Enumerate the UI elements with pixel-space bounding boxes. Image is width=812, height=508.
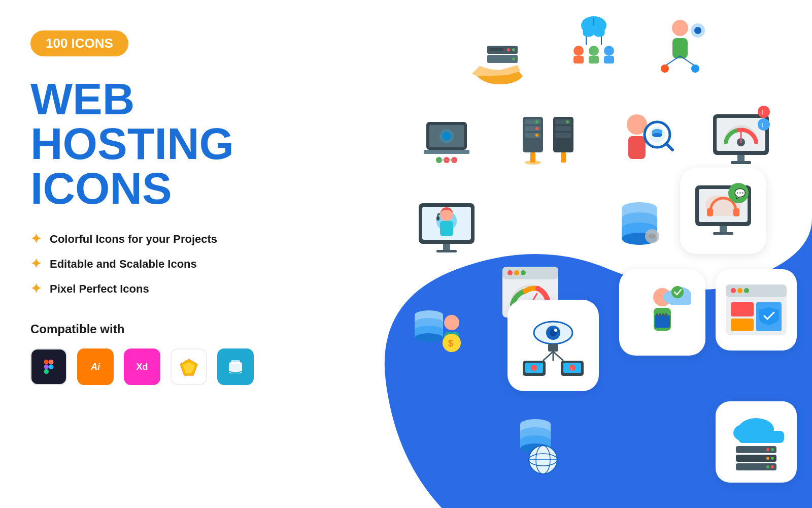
svg-rect-96 (733, 208, 739, 216)
svg-rect-79 (440, 221, 453, 236)
svg-rect-99 (720, 226, 727, 232)
svg-rect-44 (525, 126, 541, 131)
svg-point-19 (589, 46, 599, 56)
svg-text:↓: ↓ (532, 366, 534, 371)
person-search-icon (604, 97, 685, 178)
svg-rect-1 (49, 360, 53, 364)
svg-line-27 (680, 56, 695, 66)
svg-rect-152 (731, 302, 754, 316)
svg-point-91 (649, 234, 656, 239)
svg-rect-95 (707, 208, 713, 216)
badge: 100 ICONS (30, 30, 128, 56)
svg-point-123 (554, 329, 557, 332)
svg-point-4 (49, 364, 53, 369)
svg-point-64 (652, 133, 662, 137)
sketch-tool[interactable] (171, 348, 207, 385)
svg-point-53 (566, 120, 569, 123)
features-list: ✦ Colorful Icons for your Projects ✦ Edi… (30, 231, 294, 297)
svg-rect-73 (737, 155, 745, 161)
svg-point-14 (507, 48, 510, 51)
compatible-label: Compatible with (30, 322, 294, 336)
svg-rect-2 (44, 364, 49, 369)
feature-item: ✦ Colorful Icons for your Projects (30, 231, 294, 247)
svg-point-103 (507, 270, 513, 275)
svg-rect-0 (44, 360, 49, 364)
svg-rect-23 (604, 56, 614, 64)
ai-label: Ai (91, 362, 100, 372)
svg-point-149 (731, 288, 736, 293)
svg-text:$: $ (448, 338, 453, 348)
svg-rect-146 (665, 313, 667, 316)
svg-text:↑: ↑ (761, 108, 764, 116)
svg-point-48 (535, 134, 538, 137)
svg-point-176 (771, 465, 774, 468)
svg-rect-43 (525, 119, 541, 124)
svg-point-105 (521, 270, 526, 275)
craft-icon (226, 357, 245, 376)
svg-rect-124 (548, 344, 558, 352)
xd-label: Xd (136, 362, 148, 372)
svg-point-171 (766, 448, 769, 451)
svg-point-47 (535, 127, 538, 130)
svg-point-141 (671, 286, 684, 298)
svg-rect-16 (489, 48, 503, 51)
svg-point-31 (694, 27, 701, 34)
svg-point-20 (604, 46, 614, 56)
svg-point-18 (573, 46, 584, 56)
svg-rect-142 (655, 315, 670, 328)
tools-row: Ai Xd (30, 348, 294, 385)
feature-item: ✦ Editable and Scalable Icons (30, 256, 294, 272)
svg-point-35 (443, 132, 451, 140)
svg-rect-45 (525, 133, 541, 138)
svg-rect-168 (738, 431, 784, 443)
svg-rect-169 (736, 446, 776, 453)
svg-point-28 (661, 65, 669, 73)
svg-rect-175 (736, 463, 776, 470)
svg-rect-145 (662, 313, 664, 316)
svg-rect-58 (628, 136, 646, 159)
svg-point-173 (771, 457, 774, 460)
support-lady-icon (406, 183, 487, 264)
svg-point-114 (415, 333, 443, 342)
svg-rect-153 (731, 319, 754, 331)
left-panel: 100 ICONS WEB HOSTING ICONS ✦ Colorful I… (30, 30, 294, 385)
svg-rect-143 (656, 313, 658, 316)
person-tree-icon (639, 5, 721, 86)
svg-rect-55 (561, 152, 566, 163)
svg-point-29 (691, 65, 699, 73)
svg-point-150 (737, 288, 742, 293)
svg-point-104 (514, 270, 519, 275)
server-hand-icon (457, 20, 538, 102)
svg-text:↓: ↓ (570, 366, 573, 371)
svg-rect-10 (231, 360, 240, 364)
svg-point-115 (444, 315, 459, 330)
star-icon: ✦ (30, 231, 42, 247)
network-tree-icon (553, 5, 634, 86)
svg-rect-25 (672, 38, 688, 58)
svg-rect-21 (573, 56, 584, 64)
web-shield-icon (716, 269, 797, 351)
dual-servers-icon (507, 97, 589, 178)
support-headset-icon: 💬 (680, 168, 766, 254)
svg-line-126 (553, 352, 563, 361)
svg-rect-82 (436, 250, 457, 252)
svg-rect-51 (555, 126, 571, 131)
svg-text:💬: 💬 (734, 188, 746, 199)
svg-rect-52 (555, 133, 571, 138)
eye-monitor-icon: ↓ ↓ (507, 300, 599, 391)
xd-tool[interactable]: Xd (124, 348, 160, 385)
ai-tool[interactable]: Ai (77, 348, 114, 385)
figma-tool[interactable] (30, 348, 67, 385)
craft-tool[interactable] (217, 348, 254, 385)
svg-point-170 (771, 448, 774, 451)
cloud-upload-icon (619, 269, 705, 356)
svg-text:↓: ↓ (761, 120, 764, 129)
svg-rect-80 (436, 216, 439, 220)
svg-point-151 (744, 288, 749, 293)
server-globe-icon (497, 401, 579, 483)
svg-rect-100 (713, 232, 733, 235)
star-icon: ✦ (30, 281, 42, 297)
svg-point-24 (672, 20, 688, 36)
svg-point-56 (525, 161, 541, 165)
svg-line-61 (666, 144, 672, 150)
